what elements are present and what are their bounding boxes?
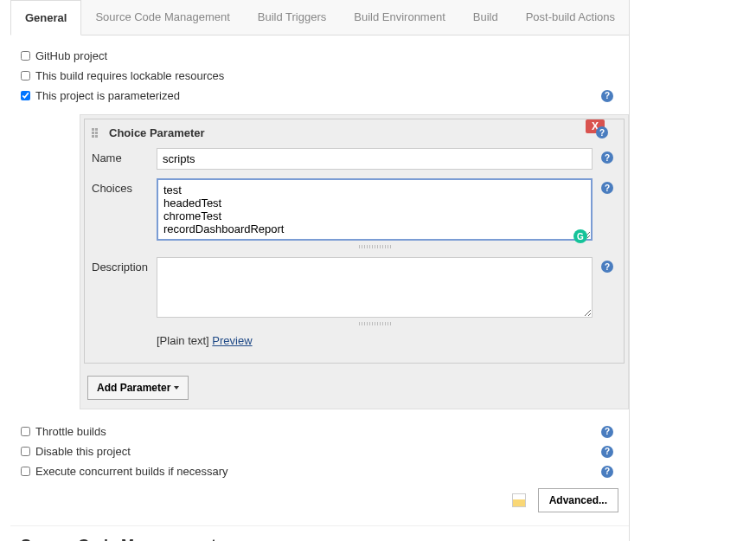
parameter-description-row: Description ? [92,257,613,325]
parameter-name-input[interactable] [157,148,593,170]
resize-handle[interactable] [357,322,392,325]
tab-build-triggers[interactable]: Build Triggers [244,0,340,35]
config-tabs: General Source Code Management Build Tri… [10,0,629,35]
plain-text-label: [Plain text] [157,334,209,347]
lockable-resources-row: This build requires lockable resources [21,66,618,86]
tab-general[interactable]: General [10,0,81,35]
disable-project-label: Disable this project [35,445,131,458]
help-icon[interactable]: ? [601,182,613,194]
preview-link[interactable]: Preview [212,334,252,347]
parameterized-row: This project is parameterized ? [21,86,618,106]
tab-build[interactable]: Build [459,0,512,35]
drag-handle-icon[interactable] [92,128,102,138]
concurrent-builds-row: Execute concurrent builds if necessary ? [21,461,618,481]
concurrent-builds-checkbox[interactable] [21,467,30,476]
tab-build-environment[interactable]: Build Environment [340,0,458,35]
scm-heading: Source Code Management [10,526,629,541]
concurrent-builds-label: Execute concurrent builds if necessary [35,465,228,478]
parameter-choices-textarea[interactable]: test headedTest chromeTest recordDashboa… [157,178,593,241]
parameter-choices-label: Choices [92,178,157,195]
resize-handle[interactable] [357,245,392,248]
tab-post-build[interactable]: Post-build Actions [512,0,629,35]
help-icon[interactable]: ? [601,466,613,478]
parameter-description-label: Description [92,257,157,274]
parameter-description-textarea[interactable] [157,257,593,318]
tab-scm[interactable]: Source Code Management [81,0,243,35]
lockable-resources-checkbox[interactable] [21,71,30,81]
help-icon[interactable]: ? [601,446,613,458]
parameterized-label: This project is parameterized [35,89,180,102]
parameter-title: Choice Parameter [109,126,205,139]
parameter-name-row: Name ? [92,148,613,170]
notepad-icon [512,493,526,507]
help-icon[interactable]: ? [596,126,608,138]
preview-row: [Plain text] Preview [92,334,613,347]
parameter-name-label: Name [92,148,157,164]
parameters-section: X Choice Parameter ? Name ? Choices test… [80,114,629,409]
throttle-builds-row: Throttle builds ? [21,422,618,441]
disable-project-row: Disable this project ? [21,441,618,461]
github-project-label: GitHub project [35,49,107,62]
add-parameter-button[interactable]: Add Parameter [87,376,189,400]
help-icon[interactable]: ? [601,426,613,438]
help-icon[interactable]: ? [601,261,613,273]
throttle-builds-checkbox[interactable] [21,427,30,436]
choice-parameter-block: X Choice Parameter ? Name ? Choices test… [84,119,625,364]
github-project-checkbox[interactable] [21,51,30,61]
parameter-choices-row: Choices test headedTest chromeTest recor… [92,178,613,248]
parameter-header: Choice Parameter ? [92,126,613,139]
grammarly-icon[interactable]: G [573,229,587,243]
throttle-builds-label: Throttle builds [35,425,106,438]
disable-project-checkbox[interactable] [21,447,30,456]
advanced-button[interactable]: Advanced... [538,488,618,512]
help-icon[interactable]: ? [601,90,613,102]
advanced-row: Advanced... [10,481,629,525]
help-icon[interactable]: ? [601,151,613,164]
github-project-row: GitHub project [21,46,618,66]
parameterized-checkbox[interactable] [21,91,30,100]
lockable-resources-label: This build requires lockable resources [35,69,224,82]
